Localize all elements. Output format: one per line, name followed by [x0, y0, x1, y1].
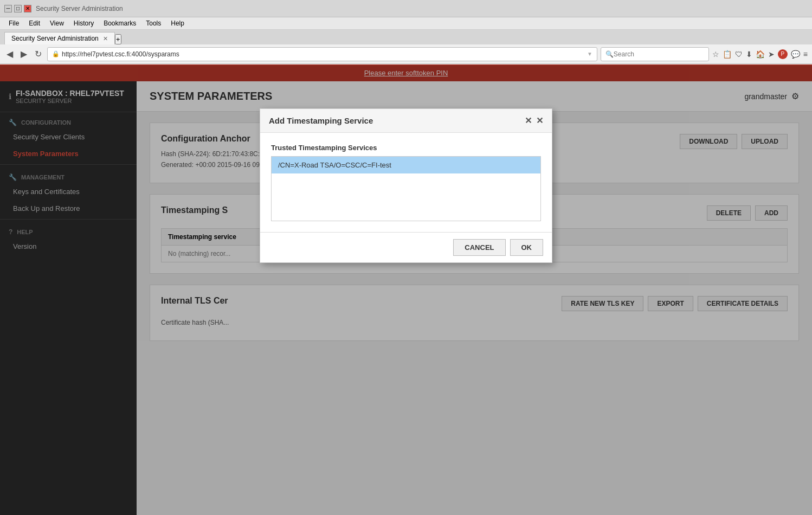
home-icon[interactable]: 🏠 — [756, 50, 765, 59]
modal-minimize-btn[interactable]: ✕ — [525, 115, 532, 126]
url-bar: 🔒 ▼ — [47, 47, 597, 61]
modal-overlay: Add Timestamping Service ✕ ✕ Trusted Tim… — [137, 81, 812, 515]
main-content: SYSTEM PARAMETERS grandmaster Configurat… — [137, 81, 812, 515]
menu-icon[interactable]: ≡ — [803, 50, 808, 59]
minimize-btn[interactable]: ─ — [4, 5, 12, 12]
download-icon[interactable]: ⬇ — [746, 50, 752, 59]
send-icon[interactable]: ➤ — [768, 50, 775, 59]
forward-btn[interactable]: ▶ — [18, 48, 29, 60]
add-timestamping-modal: Add Timestamping Service ✕ ✕ Trusted Tim… — [260, 108, 552, 263]
url-input[interactable] — [62, 50, 585, 58]
bookmark-star-icon[interactable]: ☆ — [712, 50, 719, 59]
modal-footer: CANCEL OK — [260, 232, 552, 262]
modal-body: Trusted Timestamping Services /CN=X-Road… — [260, 133, 552, 232]
tab-title: Security Server Administration — [11, 35, 99, 42]
menu-tools[interactable]: Tools — [141, 18, 165, 28]
modal-header: Add Timestamping Service ✕ ✕ — [260, 109, 552, 133]
menu-view[interactable]: View — [46, 18, 68, 28]
browser-tab[interactable]: Security Server Administration ✕ — [4, 32, 115, 44]
modal-close-btn[interactable]: ✕ — [536, 115, 543, 126]
shield-icon[interactable]: 🛡 — [735, 50, 743, 59]
menu-history[interactable]: History — [69, 18, 98, 28]
new-tab-btn[interactable]: + — [115, 34, 121, 44]
bookmark-list-icon[interactable]: 📋 — [723, 50, 732, 59]
window-title: Security Server Administration — [36, 5, 123, 12]
list-item-tsa[interactable]: /CN=X-Road TSA/O=CSC/C=FI-test — [272, 157, 540, 173]
trusted-services-list: /CN=X-Road TSA/O=CSC/C=FI-test — [271, 156, 541, 221]
close-btn[interactable]: ✕ — [24, 5, 31, 12]
tab-close-btn[interactable]: ✕ — [103, 35, 108, 42]
modal-section-title: Trusted Timestamping Services — [271, 144, 541, 152]
search-bar-container: 🔍 — [601, 47, 709, 61]
ok-button[interactable]: OK — [510, 239, 544, 256]
menu-file[interactable]: File — [4, 18, 23, 28]
maximize-btn[interactable]: □ — [14, 5, 22, 12]
cancel-button[interactable]: CANCEL — [453, 239, 505, 256]
menu-bookmarks[interactable]: Bookmarks — [99, 18, 140, 28]
back-btn[interactable]: ◀ — [4, 48, 15, 60]
search-input[interactable] — [614, 50, 704, 58]
modal-header-actions: ✕ ✕ — [525, 115, 543, 126]
menu-help[interactable]: Help — [166, 18, 189, 28]
chat-icon[interactable]: 💬 — [791, 50, 800, 59]
reload-btn[interactable]: ↻ — [33, 48, 44, 60]
tab-bar: Security Server Administration ✕ + — [0, 30, 812, 44]
profile-icon[interactable]: P — [778, 49, 788, 59]
nav-bar: ◀ ▶ ↻ 🔒 ▼ 🔍 ☆ 📋 🛡 ⬇ 🏠 ➤ P 💬 ≡ — [0, 44, 812, 64]
modal-title: Add Timestamping Service — [269, 116, 373, 125]
app: ℹ FI-SANDBOX : RHEL7PVTEST SECURITY SERV… — [0, 81, 812, 515]
menu-bar: File Edit View History Bookmarks Tools H… — [0, 17, 812, 30]
nav-icons: ☆ 📋 🛡 ⬇ 🏠 ➤ P 💬 ≡ — [712, 49, 808, 59]
menu-edit[interactable]: Edit — [24, 18, 44, 28]
